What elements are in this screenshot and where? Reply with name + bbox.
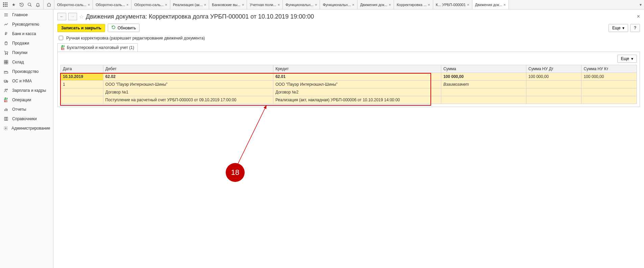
sidebar-label: Справочники: [12, 116, 37, 121]
cell-empty[interactable]: [526, 88, 581, 96]
svg-rect-0: [3, 2, 4, 3]
close-icon[interactable]: ×: [428, 3, 430, 7]
svg-rect-1: [5, 2, 6, 3]
tab-overflow-icon[interactable]: ▾: [637, 0, 644, 9]
svg-rect-7: [5, 6, 6, 7]
th-sum[interactable]: Сумма: [441, 65, 526, 73]
top-tab[interactable]: Банковские вы...×: [209, 0, 247, 9]
save-close-button[interactable]: Записать и закрыть: [57, 24, 105, 32]
top-tab-label: Корректировка ...: [397, 3, 426, 7]
close-view-button[interactable]: ×: [637, 14, 640, 20]
close-icon[interactable]: ×: [315, 3, 317, 7]
annotation: 18: [226, 102, 293, 187]
th-date[interactable]: Дата: [61, 65, 103, 73]
cell-empty[interactable]: [441, 96, 526, 104]
sidebar-item-purchases[interactable]: Покупки: [0, 48, 53, 57]
refresh-label: Обновить: [118, 26, 136, 30]
th-nukt[interactable]: Сумма НУ Кт: [581, 65, 637, 73]
apps-icon[interactable]: [2, 1, 9, 8]
chevron-down-icon: ▾: [631, 56, 633, 61]
pane-more-button[interactable]: Еще ▾: [617, 55, 637, 63]
sidebar-label: Руководителю: [12, 22, 39, 27]
th-credit[interactable]: Кредит: [273, 65, 441, 73]
top-tab[interactable]: Корректировка ...×: [394, 0, 433, 9]
help-button[interactable]: ?: [630, 24, 640, 32]
cell-empty[interactable]: [581, 96, 637, 104]
svg-point-23: [5, 89, 6, 90]
history-icon[interactable]: [18, 1, 25, 8]
sidebar-label: Покупки: [12, 50, 27, 55]
svg-rect-18: [4, 62, 6, 64]
svg-line-10: [30, 5, 32, 6]
sidebar-item-manager[interactable]: Руководителю: [0, 20, 53, 29]
manual-edit-checkbox[interactable]: [59, 36, 63, 40]
sidebar-item-reports[interactable]: Отчеты: [0, 105, 53, 114]
top-tab[interactable]: Оборотно-саль...×: [54, 0, 93, 9]
top-tab-label: Движения док...: [360, 3, 388, 7]
nav-forward-button[interactable]: →: [68, 13, 77, 20]
cell-nukt[interactable]: 100 000,00: [581, 73, 637, 81]
top-tab[interactable]: К... УРБП-000001×: [433, 0, 472, 9]
close-icon[interactable]: ×: [204, 3, 206, 7]
sidebar-label: Зарплата и кадры: [12, 88, 46, 93]
sidebar-item-production[interactable]: Производство: [0, 67, 53, 76]
top-tab[interactable]: Оборотно-саль...×: [131, 0, 170, 9]
sidebar-item-operations[interactable]: ДтКт Операции: [0, 95, 53, 105]
close-icon[interactable]: ×: [503, 3, 505, 7]
menu-toggle[interactable]: Главное: [0, 10, 53, 20]
cell-empty[interactable]: [581, 88, 637, 96]
sidebar-label: Отчеты: [12, 107, 26, 112]
nav-back-button[interactable]: ←: [57, 13, 66, 20]
top-tab[interactable]: Реализация (ак...×: [170, 0, 209, 9]
search-icon[interactable]: [26, 1, 33, 8]
top-tab[interactable]: Функциональн...×: [283, 0, 320, 9]
cell-empty[interactable]: [581, 81, 637, 88]
svg-rect-16: [4, 60, 6, 62]
star-icon[interactable]: ★: [10, 1, 17, 8]
sidebar-item-sales[interactable]: Продажи: [0, 38, 53, 48]
more-label: Еще: [621, 56, 629, 61]
close-icon[interactable]: ×: [126, 3, 128, 7]
top-tab[interactable]: Движения док...×: [357, 0, 394, 9]
home-tab[interactable]: [44, 0, 54, 9]
cell-nudt[interactable]: 100 000,00: [526, 73, 581, 81]
top-tab-label: Движения док...: [475, 3, 502, 7]
close-icon[interactable]: ×: [352, 3, 354, 7]
top-tab[interactable]: Оборотно-саль...×: [93, 0, 131, 9]
sidebar-item-admin[interactable]: Администрирование: [0, 124, 53, 133]
sidebar-label: Производство: [12, 69, 39, 74]
cell-empty[interactable]: [526, 96, 581, 104]
cell-empty[interactable]: [526, 81, 581, 88]
tab-accounting[interactable]: ДтКт Бухгалтерский и налоговый учет (1): [57, 43, 138, 52]
close-icon[interactable]: ×: [389, 3, 391, 7]
chevron-down-icon: ▾: [622, 26, 624, 30]
sidebar-item-bank[interactable]: ₽ Банк и касса: [0, 29, 53, 38]
close-icon[interactable]: ×: [278, 3, 280, 7]
cell-empty[interactable]: [441, 88, 526, 96]
sidebar-item-payroll[interactable]: Зарплата и кадры: [0, 86, 53, 95]
refresh-button[interactable]: Обновить: [108, 24, 140, 32]
dtkt-icon: ДтКт: [61, 45, 65, 50]
close-icon[interactable]: ×: [165, 3, 167, 7]
bell-icon[interactable]: [34, 1, 41, 8]
sidebar-item-warehouse[interactable]: Склад: [0, 57, 53, 67]
cell-sum-note[interactable]: Взаимозачет: [441, 81, 526, 88]
svg-rect-8: [6, 6, 7, 7]
top-tab[interactable]: Движения док...×: [472, 0, 509, 9]
sidebar-label: ОС и НМА: [12, 79, 32, 83]
close-icon[interactable]: ×: [467, 3, 469, 7]
top-tab[interactable]: Функциональн...×: [320, 0, 357, 9]
cell-sum[interactable]: 100 000,00: [441, 73, 526, 81]
gear-icon: [3, 126, 8, 131]
sidebar-item-catalogs[interactable]: Справочники: [0, 114, 53, 124]
favorite-star-icon[interactable]: ☆: [79, 14, 84, 20]
th-nudt[interactable]: Сумма НУ Дт: [526, 65, 581, 73]
th-debet[interactable]: Дебет: [103, 65, 273, 73]
top-tab-label: Банковские вы...: [212, 3, 241, 7]
more-button[interactable]: Еще ▾: [609, 24, 628, 32]
close-icon[interactable]: ×: [242, 3, 244, 7]
close-icon[interactable]: ×: [88, 3, 90, 7]
cart-icon: [3, 50, 9, 55]
top-tab[interactable]: Учетная поли...×: [247, 0, 283, 9]
sidebar-item-assets[interactable]: ОС и НМА: [0, 76, 53, 86]
